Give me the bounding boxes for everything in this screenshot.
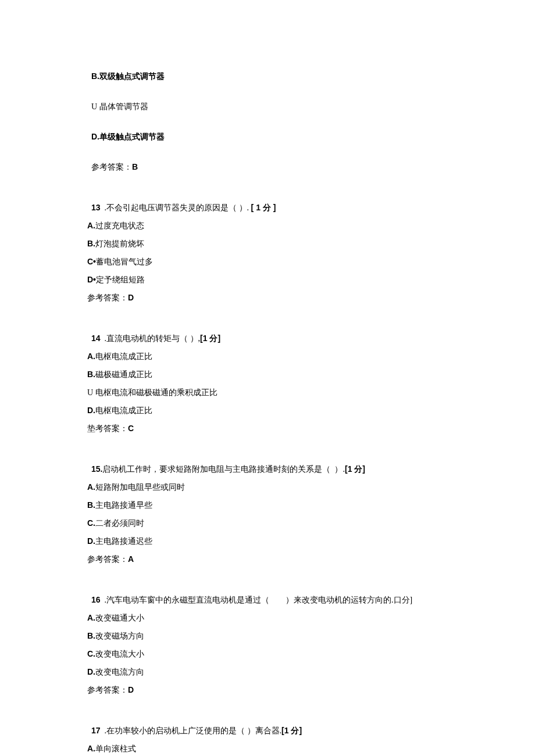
question-stem: 14 .直流电动机的转矩与（ ）,[1 分]	[87, 320, 535, 345]
option-text: D.单级触点式调节器	[91, 132, 165, 141]
option-line: A.电枢电流成正比	[87, 350, 535, 363]
answer-label: 参考答案：	[87, 555, 128, 564]
option-line: B.双级触点式调节器	[87, 58, 535, 83]
option-line: B.主电路接通早些	[87, 499, 535, 511]
option-text: 电枢电流成正比	[95, 352, 152, 361]
option-line: U 晶体管调节器	[87, 88, 535, 113]
answer-value: C	[128, 424, 134, 433]
question-number: 16	[91, 595, 101, 604]
question-text: .在功率较小的启动机上广泛使用的是（ ）离合器.	[101, 726, 282, 735]
option-line: D.改变电流方向	[87, 666, 535, 678]
answer-line: 参考答案：B	[87, 149, 535, 173]
option-text: 主电路接通早些	[95, 501, 152, 510]
question-score: [ 1 分 ]	[251, 203, 276, 212]
answer-label: 垫考答案：	[87, 424, 128, 433]
option-line: A.改变磁通大小	[87, 612, 535, 624]
option-label: A.	[87, 221, 95, 230]
option-text: 改变电流方向	[95, 668, 144, 676]
option-label: B.	[87, 500, 95, 510]
question-text: .汽车电动车窗中的永磁型直流电动机是通过（ ）来改变电动机的运转方向的.口分]	[101, 596, 413, 604]
option-text: 改变磁场方向	[95, 632, 144, 640]
option-line: B.磁极磁通成正比	[87, 368, 535, 381]
option-label: C.	[87, 649, 95, 658]
option-label: A.	[87, 352, 95, 361]
question-number: 17	[91, 726, 101, 735]
answer-line: 垫考答案：C	[87, 422, 535, 435]
question-stem: 17 .在功率较小的启动机上广泛使用的是（ ）离合器.[1 分]	[87, 712, 535, 737]
answer-value: D	[128, 293, 134, 302]
option-label: B.	[87, 631, 95, 640]
option-text: B.双级触点式调节器	[91, 71, 165, 81]
question-text: .直流电动机的转矩与（ ）,	[101, 334, 201, 343]
option-line: A.过度充电状态	[87, 220, 535, 232]
option-line: A.单向滚柱式	[87, 743, 535, 755]
answer-value: D	[128, 685, 134, 694]
option-label: C•	[87, 257, 96, 266]
option-text: 改变电流大小	[95, 650, 144, 658]
option-text: 电枢电流和磁极磁通的乘积成正比	[95, 388, 217, 397]
option-text: 主电路接通迟些	[95, 537, 152, 546]
answer-label: 参考答案：	[87, 293, 128, 302]
option-text: 电枢电流成正比	[95, 406, 152, 415]
question-stem: 15.启动机工作时，要求短路附加电阻与主电路接通时刻的关系是（ ）.[1 分]	[87, 451, 535, 475]
question-number: 14	[91, 334, 101, 343]
answer-line: 参考答案：D	[87, 292, 535, 304]
question-text: 启动机工作时，要求短路附加电阻与主电路接通时刻的关系是（ ）.	[102, 465, 345, 474]
option-label: U	[87, 388, 95, 397]
question-number: 15.	[91, 464, 102, 474]
option-line: D.电枢电流成正比	[87, 404, 535, 417]
option-label: D.	[87, 536, 95, 546]
question-score: [1 分]	[345, 464, 365, 474]
question-score: [1 分]	[200, 334, 220, 343]
option-text: 蓄电池冒气过多	[96, 257, 153, 266]
option-line: U 电枢电流和磁极磁通的乘积成正比	[87, 386, 535, 399]
option-label: D•	[87, 275, 96, 284]
question-score: [1 分]	[281, 726, 302, 735]
option-text: U 晶体管调节器	[91, 102, 148, 111]
question-stem: 16 .汽车电动车窗中的永磁型直流电动机是通过（ ）来改变电动机的运转方向的.口…	[87, 582, 535, 606]
option-text: 短路附加电阻早些或同时	[95, 483, 185, 492]
option-text: 改变磁通大小	[95, 614, 144, 622]
option-line: B.灯泡提前烧坏	[87, 238, 535, 250]
option-label: A.	[87, 613, 95, 622]
option-text: 过度充电状态	[95, 221, 144, 230]
answer-line: 参考答案：A	[87, 553, 535, 565]
option-text: 二者必须同时	[95, 519, 144, 528]
option-label: C.	[87, 518, 95, 528]
spacer	[87, 571, 535, 582]
answer-label: 参考答案：	[91, 163, 132, 171]
option-line: C•蓄电池冒气过多	[87, 256, 535, 268]
option-text: 灯泡提前烧坏	[95, 239, 144, 248]
option-label: D.	[87, 667, 95, 676]
spacer	[87, 310, 535, 320]
question-text: .不会引起电压调节器失灵的原因是（ ）.	[101, 203, 251, 212]
spacer	[87, 440, 535, 451]
option-line: A.短路附加电阻早些或同时	[87, 481, 535, 493]
option-line: C.改变电流大小	[87, 648, 535, 660]
answer-value: B	[132, 162, 138, 171]
option-label: A.	[87, 744, 95, 753]
question-number: 13	[91, 203, 101, 212]
option-text: 定予绕组短路	[96, 275, 145, 284]
spacer	[87, 179, 535, 189]
option-line: D•定予绕组短路	[87, 274, 535, 286]
answer-value: A	[128, 554, 134, 564]
option-line: D.单级触点式调节器	[87, 119, 535, 143]
option-label: D.	[87, 406, 95, 415]
option-label: B.	[87, 239, 95, 248]
answer-label: 参考答案：	[87, 686, 128, 694]
option-text: 单向滚柱式	[95, 744, 136, 753]
option-line: D.主电路接通迟些	[87, 535, 535, 547]
answer-line: 参考答案：D	[87, 684, 535, 696]
question-stem: 13 .不会引起电压调节器失灵的原因是（ ）. [ 1 分 ]	[87, 189, 535, 214]
option-label: A.	[87, 482, 95, 492]
option-line: B.改变磁场方向	[87, 630, 535, 642]
spacer	[87, 702, 535, 712]
option-text: 磁极磁通成正比	[95, 370, 152, 379]
option-line: C.二者必须同时	[87, 517, 535, 529]
option-label: B.	[87, 370, 95, 379]
